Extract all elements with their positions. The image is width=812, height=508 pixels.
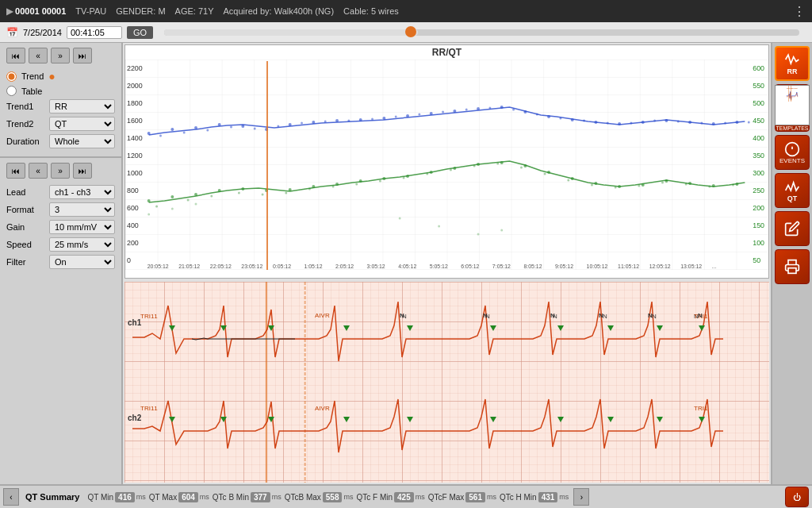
power-button[interactable]: ⏻ <box>785 487 809 507</box>
svg-point-87 <box>359 179 362 183</box>
speed-select[interactable]: 25 mm/s50 mm/s10 mm/s <box>49 237 115 252</box>
lead-select[interactable]: ch1 - ch3ch1 - ch2 <box>49 185 115 199</box>
svg-point-80 <box>194 193 197 196</box>
qt-max-unit: ms <box>200 493 209 501</box>
chart-cursor-line <box>266 61 268 270</box>
progress-bar[interactable] <box>164 29 799 36</box>
templates-button[interactable]: QRSset TURset TEMPLATES <box>775 84 810 132</box>
svg-text:TRI11: TRI11 <box>140 313 158 320</box>
svg-text:1:05:12: 1:05:12 <box>304 264 322 269</box>
svg-text:N: N <box>550 312 555 319</box>
go-button[interactable]: GO <box>127 26 153 39</box>
svg-point-115 <box>426 173 428 175</box>
svg-point-51 <box>735 121 738 124</box>
qt-min-value: 416 <box>115 492 135 502</box>
svg-point-116 <box>450 169 452 171</box>
duration-select[interactable]: Whole1h30m <box>49 134 115 148</box>
svg-point-46 <box>618 122 621 125</box>
svg-point-134 <box>477 233 480 236</box>
filter-label: Filter <box>6 257 46 267</box>
trend-nav-prev[interactable]: « <box>29 48 48 64</box>
right-sidebar: RR QRSset TURset TEMPLATES <box>771 43 812 484</box>
svg-point-109 <box>285 192 287 194</box>
svg-point-63 <box>418 114 420 116</box>
summary-nav-next[interactable]: › <box>573 488 589 506</box>
table-radio-label: Table <box>21 87 42 96</box>
filter-select[interactable]: OnOff <box>49 255 115 269</box>
time-bar: 📅 7/25/2014 GO <box>0 22 812 43</box>
qt-max-value: 604 <box>178 492 198 502</box>
qt-button[interactable]: QT <box>775 173 810 208</box>
svg-point-98 <box>618 185 621 188</box>
gain-select[interactable]: 10 mm/mV5 mm/mV20 mm/mV <box>49 220 115 234</box>
svg-point-112 <box>355 183 358 186</box>
trend1-select-row: Trend1 RRQTHR <box>6 99 115 114</box>
svg-text:20:05:12: 20:05:12 <box>147 264 169 269</box>
svg-text:12:05:12: 12:05:12 <box>649 264 671 269</box>
trend2-select[interactable]: QTRRHR <box>49 117 115 131</box>
save-button[interactable] <box>775 249 810 284</box>
svg-text:1600: 1600 <box>127 117 143 125</box>
events-button[interactable]: EVENTS <box>775 135 810 170</box>
filter-select-row: Filter OnOff <box>6 255 115 269</box>
svg-point-100 <box>665 179 668 183</box>
format-label: Format <box>6 205 46 214</box>
svg-point-78 <box>147 199 151 202</box>
svg-point-110 <box>308 188 311 190</box>
qtc-b-max-label: QTcB Max <box>285 493 321 502</box>
trend-radio[interactable] <box>6 71 17 82</box>
svg-point-131 <box>195 203 197 206</box>
qtc-b-min-label: QTc B Min <box>213 493 249 502</box>
svg-point-129 <box>147 214 150 216</box>
svg-text:13:05:12: 13:05:12 <box>680 264 702 269</box>
edit-button[interactable] <box>775 211 810 246</box>
trend1-select[interactable]: RRQTHR <box>49 99 115 114</box>
svg-point-48 <box>665 119 668 122</box>
rr-button[interactable]: RR <box>775 46 810 81</box>
svg-point-117 <box>473 165 476 167</box>
svg-text:N: N <box>652 313 657 320</box>
svg-point-91 <box>453 167 456 170</box>
ecg-nav-first[interactable]: ⏮ <box>6 163 25 179</box>
chart-svg: 2200 2000 1800 1600 1400 1200 1000 800 6… <box>125 60 768 270</box>
more-menu-button[interactable]: ⋮ <box>793 4 806 19</box>
svg-text:350: 350 <box>753 152 764 160</box>
svg-point-71 <box>607 122 609 125</box>
gain-label: Gain <box>6 222 46 232</box>
svg-point-121 <box>567 179 569 182</box>
ecg-nav-next[interactable]: » <box>51 163 70 179</box>
svg-point-45 <box>594 121 597 124</box>
trend-nav-last[interactable]: ⏭ <box>73 48 92 64</box>
svg-point-92 <box>477 163 480 166</box>
ecg-nav-last[interactable]: ⏭ <box>73 163 92 179</box>
qt-label: QT <box>787 194 798 202</box>
svg-point-26 <box>147 132 151 135</box>
trend-nav-first[interactable]: ⏮ <box>6 48 25 64</box>
date-label: 7/25/2014 <box>23 28 62 37</box>
trend-nav-next[interactable]: » <box>51 48 70 64</box>
summary-nav-prev[interactable]: ‹ <box>3 488 19 506</box>
format-select[interactable]: 312 <box>49 202 115 217</box>
svg-point-68 <box>536 114 538 116</box>
qtc-b-max-stat: QTcB Max 558 ms <box>285 492 354 502</box>
svg-text:...: ... <box>712 264 717 269</box>
table-radio[interactable] <box>6 86 17 96</box>
svg-point-66 <box>488 107 491 110</box>
svg-text:8:05:12: 8:05:12 <box>523 264 542 269</box>
svg-text:250: 250 <box>753 187 764 194</box>
svg-point-67 <box>512 109 515 111</box>
svg-point-119 <box>520 167 523 169</box>
time-input[interactable] <box>67 26 122 39</box>
duration-select-row: Duration Whole1h30m <box>6 134 115 148</box>
svg-point-123 <box>615 187 617 189</box>
rr-label: RR <box>787 67 798 75</box>
chart-title: RR/QT <box>125 45 768 60</box>
acquired-label: Acquired by: Walk400h (NG) <box>223 6 334 16</box>
patient-id: ▶ 00001 00001 <box>6 6 66 17</box>
ecg-nav-prev[interactable]: « <box>29 163 48 179</box>
svg-rect-216 <box>788 268 796 274</box>
svg-point-96 <box>571 177 574 180</box>
qtc-f-max-stat: QTcF Max 561 ms <box>428 492 496 502</box>
qt-summary-label: QT Summary <box>19 492 86 502</box>
svg-text:200: 200 <box>753 204 764 212</box>
